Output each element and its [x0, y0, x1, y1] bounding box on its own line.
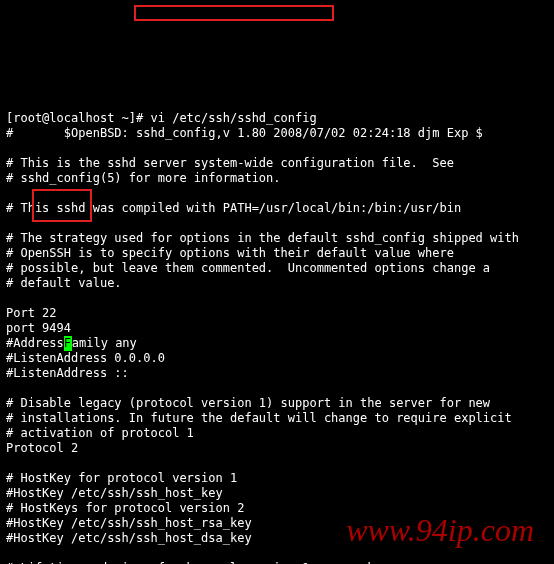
file-line: #ListenAddress 0.0.0.0: [6, 351, 165, 365]
highlight-port: [32, 189, 92, 222]
command-text: vi /etc/ssh/sshd_config: [151, 111, 317, 125]
file-line: # HostKey for protocol version 1: [6, 471, 237, 485]
file-line: #ListenAddress ::: [6, 366, 129, 380]
terminal-content: [root@localhost ~]# vi /etc/ssh/sshd_con…: [6, 111, 548, 564]
file-line: #HostKey /etc/ssh/ssh_host_rsa_key: [6, 516, 252, 530]
highlight-command: [134, 5, 334, 21]
file-line: port 9494: [6, 321, 71, 335]
file-line: # OpenSSH is to specify options with the…: [6, 246, 454, 260]
file-line: Protocol 2: [6, 441, 78, 455]
file-line: # installations. In future the default w…: [6, 411, 512, 425]
watermark-text: www.94ip.com: [346, 523, 534, 538]
file-line: # The strategy used for options in the d…: [6, 231, 519, 245]
text-before-cursor: #Address: [6, 336, 64, 350]
file-line: # sshd_config(5) for more information.: [6, 171, 281, 185]
file-line: Port 22: [6, 306, 57, 320]
file-line: # possible, but leave them commented. Un…: [6, 261, 490, 275]
file-line: # default value.: [6, 276, 122, 290]
file-line: # This is the sshd server system-wide co…: [6, 156, 454, 170]
terminal-cursor: F: [64, 336, 72, 351]
text-after-cursor: amily any: [72, 336, 137, 350]
file-line: # activation of protocol 1: [6, 426, 194, 440]
file-line: #HostKey /etc/ssh/ssh_host_dsa_key: [6, 531, 252, 545]
file-line: # HostKeys for protocol version 2: [6, 501, 244, 515]
file-line: # Disable legacy (protocol version 1) su…: [6, 396, 490, 410]
file-line: #AddressFamily any: [6, 336, 137, 350]
file-line: #HostKey /etc/ssh/ssh_host_key: [6, 486, 223, 500]
shell-prompt: [root@localhost ~]#: [6, 111, 151, 125]
file-line: # $OpenBSD: sshd_config,v 1.80 2008/07/0…: [6, 126, 483, 140]
